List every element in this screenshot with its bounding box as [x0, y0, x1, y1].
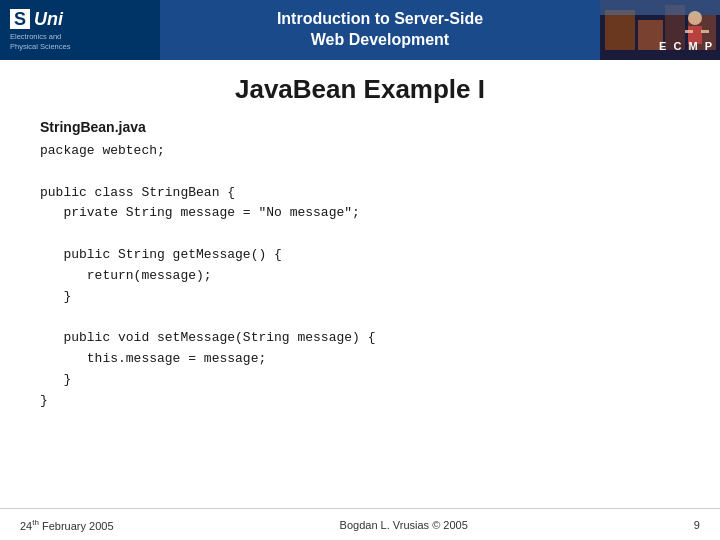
code-block: package webtech; public class StringBean… [40, 141, 680, 411]
svg-point-6 [688, 11, 702, 25]
footer-date: 24th February 2005 [20, 518, 114, 532]
university-logo: S Uni Electronics and Physical Sciences [10, 9, 70, 52]
header-title-area: Introduction to Server-Side Web Developm… [160, 0, 600, 60]
footer-page: 9 [694, 519, 700, 531]
svg-rect-1 [605, 10, 635, 50]
svg-rect-9 [701, 30, 709, 33]
slide-title: JavaBean Example I [40, 74, 680, 105]
logo-area: S Uni Electronics and Physical Sciences [0, 0, 160, 60]
logo-s: S [10, 9, 30, 29]
header-title: Introduction to Server-Side Web Developm… [277, 9, 483, 51]
svg-rect-5 [600, 0, 720, 15]
file-label: StringBean.java [40, 119, 680, 135]
header: S Uni Electronics and Physical Sciences … [0, 0, 720, 60]
ecmp-label: E C M P [659, 40, 714, 52]
svg-rect-8 [685, 30, 693, 33]
footer-author: Bogdan L. Vrusias © 2005 [340, 519, 468, 531]
logo-subtitle: Electronics and Physical Sciences [10, 32, 70, 52]
main-content: JavaBean Example I StringBean.java packa… [0, 60, 720, 421]
footer: 24th February 2005 Bogdan L. Vrusias © 2… [0, 508, 720, 540]
header-ecmp: E C M P [600, 0, 720, 60]
logo-uni: Uni [34, 9, 63, 30]
